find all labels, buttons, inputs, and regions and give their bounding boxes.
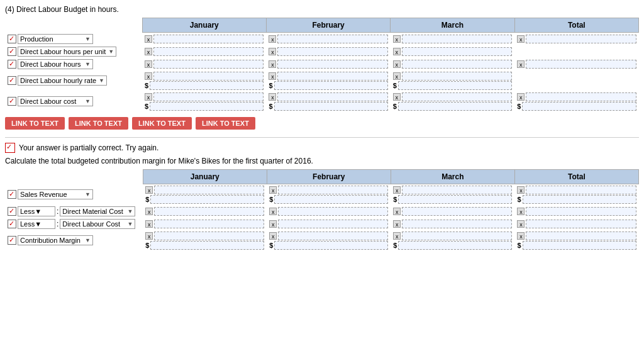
value-input[interactable] <box>402 220 512 228</box>
value-input[interactable] <box>526 186 636 194</box>
value-input[interactable] <box>277 92 387 101</box>
x-button[interactable]: x <box>393 232 401 240</box>
checkbox-icon[interactable] <box>8 190 16 199</box>
value-input[interactable] <box>402 207 512 216</box>
dollar-input[interactable] <box>274 81 388 90</box>
value-input[interactable] <box>402 60 512 69</box>
value-input[interactable] <box>153 35 264 43</box>
x-button[interactable]: x <box>145 232 153 240</box>
dollar-input[interactable] <box>398 195 512 204</box>
x-button[interactable]: x <box>269 232 277 240</box>
value-input[interactable] <box>153 72 264 81</box>
label-dropdown[interactable]: Direct Labour hours▼ <box>18 59 93 69</box>
x-button[interactable]: x <box>393 93 401 101</box>
checkbox-icon[interactable] <box>8 47 16 56</box>
dollar-input[interactable] <box>274 102 388 111</box>
prefix-dropdown[interactable]: Less▼ <box>18 219 55 229</box>
x-button[interactable]: x <box>145 186 153 194</box>
x-button[interactable]: x <box>517 232 525 240</box>
checkbox-icon[interactable] <box>8 220 16 228</box>
x-button[interactable]: x <box>393 72 401 80</box>
value-input[interactable] <box>278 207 388 216</box>
value-input[interactable] <box>154 207 264 216</box>
x-button[interactable]: x <box>269 208 277 215</box>
x-button[interactable]: x <box>145 208 153 215</box>
value-input[interactable] <box>402 92 512 101</box>
checkbox-icon[interactable] <box>8 60 16 69</box>
dollar-input[interactable] <box>274 241 388 250</box>
value-input[interactable] <box>278 186 388 194</box>
value-input[interactable] <box>153 92 264 101</box>
x-button[interactable]: x <box>517 35 525 43</box>
x-button[interactable]: x <box>517 208 525 215</box>
value-input[interactable] <box>402 72 512 81</box>
x-button[interactable]: x <box>393 60 401 68</box>
checkbox-icon[interactable] <box>8 97 16 106</box>
x-button[interactable]: x <box>517 220 525 228</box>
dollar-input[interactable] <box>523 241 636 250</box>
x-button[interactable]: x <box>269 93 276 101</box>
link-to-text-button[interactable]: LINK TO TEXT <box>132 117 192 130</box>
link-to-text-button[interactable]: LINK TO TEXT <box>5 117 65 130</box>
link-to-text-button[interactable]: LINK TO TEXT <box>196 117 255 130</box>
value-input[interactable] <box>278 232 388 240</box>
dollar-input[interactable] <box>150 81 264 90</box>
x-button[interactable]: x <box>393 220 401 228</box>
value-input[interactable] <box>277 35 387 43</box>
dollar-input[interactable] <box>398 102 512 111</box>
checkbox-icon[interactable] <box>8 236 16 245</box>
prefix-dropdown[interactable]: Less▼ <box>18 206 55 216</box>
dollar-input[interactable] <box>150 241 264 250</box>
x-button[interactable]: x <box>517 60 525 68</box>
value-input[interactable] <box>526 207 636 216</box>
dollar-input[interactable] <box>398 81 512 90</box>
x-button[interactable]: x <box>393 208 401 215</box>
x-button[interactable]: x <box>517 186 525 194</box>
x-button[interactable]: x <box>145 48 152 55</box>
value-input[interactable] <box>526 60 636 69</box>
x-button[interactable]: x <box>145 60 152 68</box>
x-button[interactable]: x <box>145 93 152 101</box>
dollar-input[interactable] <box>522 102 636 111</box>
value-input[interactable] <box>154 232 264 240</box>
x-button[interactable]: x <box>269 186 277 194</box>
checkbox-icon[interactable] <box>8 207 16 216</box>
value-input[interactable] <box>402 232 512 240</box>
label-dropdown[interactable]: Direct Labour Cost▼ <box>60 219 135 229</box>
value-input[interactable] <box>154 186 264 194</box>
value-input[interactable] <box>154 220 264 228</box>
x-button[interactable]: x <box>269 220 277 228</box>
dollar-input[interactable] <box>274 195 388 204</box>
value-input[interactable] <box>526 220 636 228</box>
label-dropdown[interactable]: Production▼ <box>18 34 93 44</box>
label-dropdown[interactable]: Direct Material Cost▼ <box>60 206 135 216</box>
x-button[interactable]: x <box>269 60 276 68</box>
value-input[interactable] <box>278 220 388 228</box>
x-button[interactable]: x <box>393 186 401 194</box>
value-input[interactable] <box>402 47 512 56</box>
label-dropdown[interactable]: Direct Labour cost▼ <box>18 96 93 106</box>
x-button[interactable]: x <box>145 220 153 228</box>
x-button[interactable]: x <box>145 35 152 43</box>
value-input[interactable] <box>277 72 387 81</box>
dollar-input[interactable] <box>150 102 264 111</box>
dollar-input[interactable] <box>523 195 636 204</box>
dollar-input[interactable] <box>398 241 512 250</box>
x-button[interactable]: x <box>393 48 401 55</box>
label-dropdown[interactable]: Direct Labour hours per unit▼ <box>18 47 116 57</box>
x-button[interactable]: x <box>145 72 152 80</box>
value-input[interactable] <box>277 60 387 69</box>
value-input[interactable] <box>402 35 512 43</box>
value-input[interactable] <box>526 92 636 101</box>
value-input[interactable] <box>153 47 264 56</box>
label-dropdown[interactable]: Sales Revenue▼ <box>18 189 93 199</box>
x-button[interactable]: x <box>269 48 276 55</box>
label-dropdown[interactable]: Contribution Margin▼ <box>18 235 93 245</box>
checkbox-icon[interactable] <box>8 35 16 43</box>
x-button[interactable]: x <box>517 93 525 101</box>
value-input[interactable] <box>402 186 512 194</box>
checkbox-icon[interactable] <box>8 76 16 85</box>
x-button[interactable]: x <box>269 72 276 80</box>
value-input[interactable] <box>153 60 264 69</box>
label-dropdown[interactable]: Direct Labour hourly rate▼ <box>18 75 107 86</box>
